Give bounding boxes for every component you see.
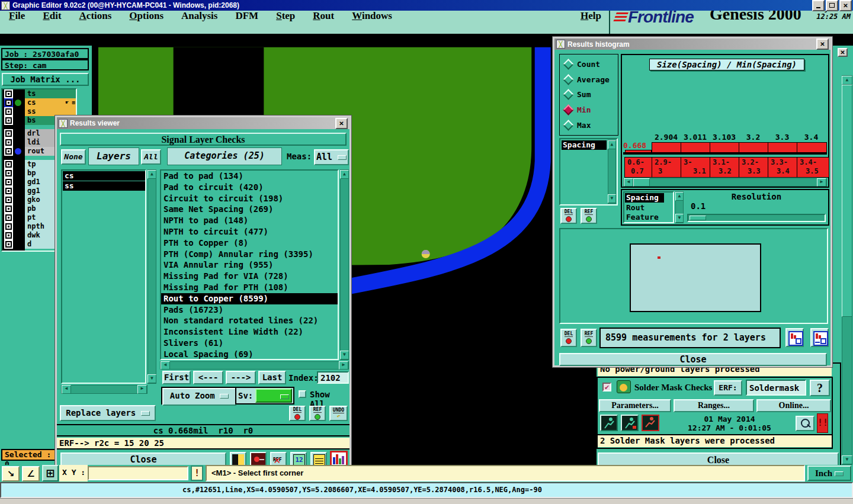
scroll-up-icon[interactable]: ▲ [842,76,852,85]
del-button[interactable]: DEL [289,406,306,421]
scroll-left-icon[interactable]: ◀ [161,361,170,370]
viewer-layer-item[interactable]: ss [63,181,145,191]
histogram-from-layer-icon[interactable] [810,328,829,347]
job-matrix-button[interactable]: Job Matrix ... [2,73,89,86]
measure-list-scrollbar[interactable]: ▲ ▼ [608,140,616,204]
erf-name-input[interactable] [746,380,806,396]
layer-row-ts[interactable]: ts [2,89,76,98]
category-item[interactable]: PTH (Comp) Annular ring (3395) [161,249,338,260]
alert-icon[interactable]: ! [191,466,203,481]
layer-checkbox[interactable] [4,169,13,178]
layer-checkbox[interactable] [4,240,13,249]
scroll-up-icon[interactable]: ▲ [147,170,156,179]
categories-scrollbar[interactable]: ▲ ▼ [340,169,349,360]
menu-actions[interactable]: Actions [79,10,112,22]
layer-checkbox[interactable] [4,231,13,240]
histogram-close-button[interactable]: Close [559,353,827,366]
layer-checkbox[interactable] [4,129,13,138]
scroll-left-icon[interactable]: ◀ [62,385,71,394]
none-button[interactable]: None [61,149,86,165]
menu-options[interactable]: Options [129,10,163,22]
stat-max[interactable]: Max [565,121,618,130]
menu-dfm[interactable]: DFM [235,10,258,22]
layer-list-scrollbar[interactable]: ▲ ▼ [147,169,156,384]
menu-file[interactable]: File [9,10,25,22]
all-button[interactable]: All [141,149,161,165]
chart-scrollbar[interactable]: ◀ ▶ [623,178,827,187]
category-item[interactable]: Pad to pad (134) [161,171,338,182]
scroll-down-icon[interactable]: ▼ [608,194,616,203]
sv-color-dropdown[interactable] [255,389,292,403]
category-item[interactable]: Pads (16723) [161,304,338,316]
viewer-layer-item[interactable]: cs [63,171,145,181]
diagonal-arrow-icon[interactable]: ↘ [2,466,20,481]
source-item-rout[interactable]: Rout [624,203,673,213]
source-item-feature[interactable]: Feature [624,213,673,222]
histogram-to-layer-icon[interactable] [785,328,804,347]
board-preview[interactable] [559,228,828,324]
meas-dropdown[interactable]: All [314,149,349,165]
replace-layers-dropdown[interactable]: Replace layers [60,405,156,421]
stat-count[interactable]: Count [565,60,618,69]
layer-list-hscrollbar[interactable]: ◀ ▶ [61,385,147,394]
menu-rout[interactable]: Rout [313,10,334,22]
layer-checkbox[interactable] [4,107,13,116]
bin-range[interactable]: 3.1-3.2 [710,157,741,178]
grid-toggle-icon[interactable]: ⊞ [42,465,59,481]
layer-checkbox[interactable] [4,222,13,231]
measure-type-item[interactable]: Spacing [562,140,607,150]
scroll-up-icon[interactable]: ▲ [608,140,616,149]
zoom-result-icon[interactable] [796,416,814,431]
menu-edit[interactable]: Edit [43,10,61,22]
categories-hscrollbar[interactable]: ◀ ▶ [160,361,349,370]
scroll-down-icon[interactable]: ▼ [147,374,156,383]
right-scrollbar[interactable]: ▲ ▼ [842,75,852,465]
bin-range[interactable]: 3.2-3.3 [739,157,770,178]
category-item[interactable]: Circuit to circuit (198) [161,193,338,204]
scroll-right-icon[interactable]: ▶ [339,361,348,370]
del-button[interactable]: DEL [560,208,577,224]
solder-mask-checkbox[interactable]: ✔ [602,383,611,391]
viewer-close-icon[interactable]: ✕ [335,118,348,129]
scroll-down-icon[interactable]: ▼ [340,351,349,359]
layer-row-ss[interactable]: ss [2,107,76,116]
category-item-selected[interactable]: Rout to Copper (8599) [161,293,338,304]
scroll-up-icon[interactable]: ▲ [675,192,684,201]
run-check-icon[interactable] [600,415,618,431]
bin-range[interactable]: 3.3-3.4 [768,157,799,178]
viewer-titlebar[interactable]: ╳ Results viewer ✕ [57,117,349,129]
help-button[interactable]: ? [810,380,830,396]
show-all-checkbox[interactable] [299,390,306,398]
rerun-check-icon[interactable] [642,415,659,431]
scroll-thumb[interactable] [633,178,650,187]
units-dropdown[interactable]: Inch [807,466,851,481]
menu-analysis[interactable]: Analysis [181,10,217,22]
xy-input[interactable] [88,466,188,480]
scroll-down-icon[interactable]: ▼ [842,455,852,464]
layer-checkbox-active[interactable] [4,98,13,107]
layer-checkbox[interactable] [4,160,13,169]
layer-checkbox[interactable] [4,187,13,195]
bin-range[interactable]: 2.9-3 [652,157,683,178]
run-check-partial-icon[interactable] [621,415,639,431]
layer-checkbox[interactable] [4,195,13,204]
menu-windows[interactable]: Windows [352,10,392,22]
del-button[interactable]: DEL [560,329,577,347]
layer-checkbox[interactable] [4,138,13,147]
stat-sum[interactable]: Sum [565,90,618,99]
angle-measure-icon[interactable]: ∠ [22,466,40,481]
close-icon[interactable]: ✕ [839,0,852,11]
last-button[interactable]: Last [258,371,286,384]
layer-checkbox[interactable] [4,147,13,156]
ref-button[interactable]: REF [309,406,326,421]
online-button[interactable]: Online... [756,399,831,412]
auto-zoom-dropdown[interactable]: Auto Zoom [162,388,236,406]
ref-button[interactable]: REF [581,208,597,224]
undo-button[interactable]: UNDO↶ [329,406,348,421]
stat-average[interactable]: Average [565,75,618,84]
category-item[interactable]: Same Net Spacing (269) [161,204,338,215]
histogram-titlebar[interactable]: ╳ Results histogram ✕ [554,38,830,50]
category-item[interactable]: Slivers (61) [161,338,338,349]
source-item-spacing[interactable]: Spacing [625,193,664,203]
scroll-down-icon[interactable]: ▼ [675,214,684,223]
